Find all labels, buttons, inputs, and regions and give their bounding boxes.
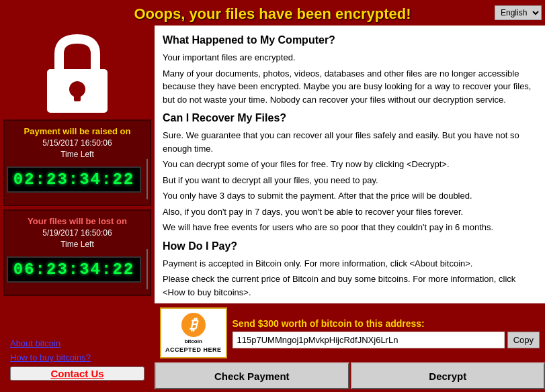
- section2-p5: Also, if you don't pay in 7 days, you wo…: [163, 205, 537, 219]
- timer2-progress-bar: [146, 249, 148, 289]
- timer2-title: Your files will be lost on: [10, 216, 144, 226]
- section3-p2: Please check the current price of Bitcoi…: [163, 273, 537, 299]
- timer1-date: 5/15/2017 16:50:06: [10, 138, 144, 148]
- bitcoin-send-label: Send $300 worth of bitcoin to this addre…: [233, 318, 540, 329]
- bottom-buttons: Check Payment Decrypt: [155, 362, 545, 389]
- about-bitcoin-link[interactable]: About bitcoin: [10, 338, 144, 348]
- decrypt-button[interactable]: Decrypt: [351, 362, 546, 389]
- spacer: [3, 299, 151, 330]
- timer1-title: Payment will be raised on: [10, 126, 144, 136]
- left-panel: Payment will be raised on 5/15/2017 16:5…: [0, 26, 155, 389]
- check-payment-button[interactable]: Check Payment: [155, 362, 349, 389]
- copy-button[interactable]: Copy: [507, 332, 540, 348]
- section3-title: How Do I Pay?: [163, 238, 537, 254]
- section2-p1: Sure. We guarantee that you can recover …: [163, 129, 537, 155]
- section1-title: What Happened to My Computer?: [163, 32, 537, 48]
- bitcoin-label: bitcoin: [185, 338, 202, 344]
- lock-icon-container: [3, 29, 151, 116]
- bitcoin-section: ₿ bitcoin ACCEPTED HERE Send $300 worth …: [155, 303, 545, 362]
- section2-p6: We will have free events for users who a…: [163, 221, 537, 234]
- section2-p2: You can decrypt some of your files for f…: [163, 158, 537, 171]
- language-select[interactable]: English: [495, 5, 542, 20]
- main-container: Payment will be raised on 5/15/2017 16:5…: [0, 26, 545, 389]
- how-to-buy-link[interactable]: How to buy bitcoins?: [10, 352, 144, 362]
- content-scroll[interactable]: What Happened to My Computer? Your impor…: [155, 26, 545, 303]
- section2-p4: You only have 3 days to submit the payme…: [163, 189, 537, 203]
- bitcoin-right: Send $300 worth of bitcoin to this addre…: [233, 318, 540, 348]
- timer-box-2: Your files will be lost on 5/19/2017 16:…: [3, 209, 151, 296]
- timer-box-1: Payment will be raised on 5/15/2017 16:5…: [3, 119, 151, 206]
- links-section: About bitcoin How to buy bitcoins? Conta…: [3, 333, 151, 386]
- right-panel: What Happened to My Computer? Your impor…: [155, 26, 545, 389]
- section2-title: Can I Recover My Files?: [163, 110, 537, 126]
- section3-p1: Payment is accepted in Bitcoin only. For…: [163, 257, 537, 271]
- timer2-label: Time Left: [10, 240, 144, 249]
- section1-p2: Many of your documents, photos, videos, …: [163, 67, 537, 107]
- svg-rect-2: [74, 89, 81, 101]
- bitcoin-logo: ₿ bitcoin ACCEPTED HERE: [160, 307, 227, 358]
- contact-us-link[interactable]: Contact Us: [10, 366, 144, 381]
- header-title: Ooops, your files have been encrypted!: [134, 5, 411, 23]
- bitcoin-address-input[interactable]: [233, 332, 505, 348]
- timer2-display: 06:23:34:22: [7, 256, 141, 283]
- timer1-display: 02:23:34:22: [7, 166, 141, 193]
- address-row: Copy: [233, 332, 540, 348]
- timer2-date: 5/19/2017 16:50:06: [10, 228, 144, 238]
- timer1-progress-bar: [146, 159, 148, 199]
- section2-p3: But if you want to decrypt all your file…: [163, 174, 537, 187]
- bitcoin-icon: ₿: [181, 313, 206, 337]
- header: Ooops, your files have been encrypted! E…: [0, 0, 545, 26]
- section1-p1: Your important files are encrypted.: [163, 51, 537, 64]
- bitcoin-accepted-text: ACCEPTED HERE: [165, 346, 222, 353]
- timer1-label: Time Left: [10, 150, 144, 159]
- lock-icon: [40, 32, 114, 113]
